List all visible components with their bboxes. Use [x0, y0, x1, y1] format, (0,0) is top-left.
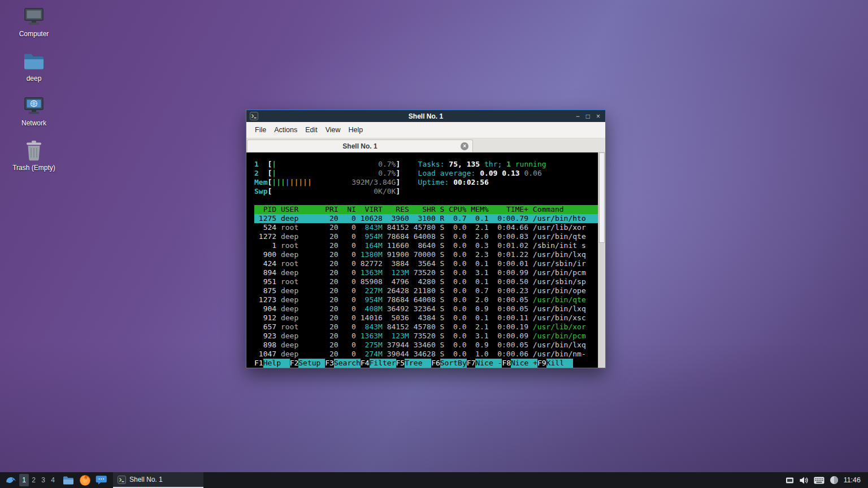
minimize-button[interactable]: − [576, 113, 580, 120]
tab-label: Shell No. 1 [342, 142, 377, 150]
keyboard-icon[interactable] [814, 477, 824, 484]
htop-meters: 1[|0.7%] 2[|0.7%] Mem[|||||||||392M/3.84… [254, 160, 598, 196]
cell-pid: 951 [254, 277, 276, 286]
cell-s: S [440, 304, 445, 313]
process-row[interactable]: 1root200164M116608640S0.00.30:01.02/sbin… [254, 241, 598, 250]
fkey-f5[interactable]: F5Tree [396, 359, 432, 368]
scrollbar-thumb[interactable] [599, 152, 605, 243]
menu-edit[interactable]: Edit [301, 124, 322, 136]
fkey-f9[interactable]: F9Kill [537, 359, 573, 368]
htop-terminal[interactable]: 1[|0.7%] 2[|0.7%] Mem[|||||||||392M/3.84… [246, 152, 598, 368]
tab-close-icon[interactable]: × [461, 142, 468, 150]
tray-plugin-icon[interactable] [785, 476, 794, 485]
desktop-icon-label: Network [21, 120, 46, 127]
volume-icon[interactable] [799, 476, 809, 485]
cell-mem: 0.7 [471, 286, 488, 295]
process-row[interactable]: 875deep200227M2642821180S0.00.70:00.23/u… [254, 286, 598, 295]
workspace-3[interactable]: 3 [38, 474, 48, 486]
cell-shr: 45780 [414, 223, 436, 232]
taskbar: 1234 Shell No. 1 [0, 472, 868, 488]
process-row[interactable]: 898deep200275M3794433460S0.00.90:00.05/u… [254, 341, 598, 350]
titlebar[interactable]: Shell No. 1 − □ × [246, 110, 605, 122]
fkey-f6[interactable]: F6SortBy [431, 359, 467, 368]
menu-help[interactable]: Help [345, 124, 367, 136]
process-row[interactable]: 524root200843M8415245780S0.02.10:04.66/u… [254, 223, 598, 232]
fkey-f4[interactable]: F4Filter [361, 359, 396, 368]
cell-user: deep [281, 341, 320, 350]
cell-res: 3960 [387, 214, 409, 223]
close-button[interactable]: × [596, 113, 600, 120]
process-row[interactable]: 1273deep200954M7868464008S0.02.00:00.05/… [254, 295, 598, 304]
meter-bar: | [285, 178, 290, 186]
firefox-icon[interactable] [78, 473, 92, 487]
clipboard-icon[interactable] [830, 476, 839, 485]
column-header-pid[interactable]: PID [254, 205, 276, 214]
column-header-pri[interactable]: PRI [325, 205, 338, 214]
process-row[interactable]: 951root2008590847964280S0.00.10:00.50/us… [254, 277, 598, 286]
cell-res: 5036 [387, 313, 409, 323]
scrollbar[interactable] [598, 152, 605, 368]
process-row[interactable]: 894deep2001363M123M73520S0.03.10:00.99/u… [254, 268, 598, 277]
fkey-f1[interactable]: F1Help [254, 359, 290, 368]
fkey-f8[interactable]: F8Nice + [502, 359, 537, 368]
process-table: 1275deep2001062839603100R0.70.10:00.79/u… [254, 214, 598, 359]
clock[interactable]: 11:46 [844, 476, 861, 484]
process-table-header[interactable]: PIDUSERPRINIVIRTRESSHRSCPU%MEM%TIME+Comm… [254, 205, 598, 214]
chat-icon[interactable] [94, 473, 108, 487]
process-row[interactable]: 1275deep2001062839603100R0.70.10:00.79/u… [254, 214, 598, 223]
process-row[interactable]: 657root200843M8415245780S0.02.10:00.19/u… [254, 323, 598, 332]
taskbar-task-shell[interactable]: Shell No. 1 [113, 472, 203, 488]
cell-cpu: 0.0 [449, 286, 466, 295]
process-row[interactable]: 923deep2001363M123M73520S0.03.10:00.09/u… [254, 332, 598, 341]
desktop-icon-network[interactable]: Network [10, 95, 58, 127]
cell-pri: 20 [325, 241, 338, 250]
cell-pid: 912 [254, 313, 276, 323]
cell-pri: 20 [325, 341, 338, 350]
cell-user: deep [281, 232, 320, 241]
cell-res: 26428 [387, 286, 409, 295]
menu-actions[interactable]: Actions [270, 124, 301, 136]
menu-view[interactable]: View [322, 124, 345, 136]
cell-cmd: /usr/bin/hto [533, 214, 598, 223]
file-manager-icon[interactable] [62, 473, 75, 487]
desktop-icon-computer[interactable]: Computer [10, 6, 58, 38]
cell-pri: 20 [325, 295, 338, 304]
cell-ni: 0 [342, 223, 355, 232]
process-row[interactable]: 912deep2001401650364384S0.00.10:00.11/us… [254, 313, 598, 323]
column-header-time[interactable]: TIME+ [493, 205, 528, 214]
cell-pri: 20 [325, 350, 338, 359]
process-row[interactable]: 900deep2001380M9190070000S0.02.30:01.22/… [254, 250, 598, 259]
column-header-res[interactable]: RES [387, 205, 409, 214]
fkey-f3[interactable]: F3Search [325, 359, 361, 368]
cell-mem: 0.9 [471, 341, 488, 350]
cell-s: R [440, 214, 445, 223]
tab-shell-no-1[interactable]: Shell No. 1 × [247, 140, 473, 152]
maximize-button[interactable]: □ [586, 113, 590, 120]
cell-s: S [440, 268, 445, 277]
fkey-f2[interactable]: F2Setup [290, 359, 326, 368]
cell-ni: 0 [342, 232, 355, 241]
process-row[interactable]: 1047deep200274M3904434628S0.01.00:00.06/… [254, 350, 598, 359]
column-header-cpu[interactable]: CPU% [449, 205, 466, 214]
column-header-ni[interactable]: NI [342, 205, 355, 214]
column-header-mem[interactable]: MEM% [471, 205, 488, 214]
workspace-1[interactable]: 1 [19, 474, 29, 486]
desktop-icon-label: deep [27, 75, 42, 82]
column-header-virt[interactable]: VIRT [361, 205, 383, 214]
process-row[interactable]: 1272deep200954M7868464008S0.02.00:00.83/… [254, 232, 598, 241]
desktop-icon-trash[interactable]: Trash (Empty) [10, 140, 58, 172]
process-row[interactable]: 424root2008277238843564S0.00.10:00.01/us… [254, 259, 598, 268]
fkey-f7[interactable]: F7Nice - [467, 359, 502, 368]
column-header-shr[interactable]: SHR [414, 205, 436, 214]
cell-virt: 954M [361, 232, 383, 241]
task-label: Shell No. 1 [129, 476, 163, 483]
desktop-icon-folder[interactable]: deep [10, 50, 58, 82]
workspace-4[interactable]: 4 [48, 474, 58, 486]
column-header-s[interactable]: S [440, 205, 445, 214]
column-header-user[interactable]: USER [281, 205, 320, 214]
process-row[interactable]: 904deep200408M3649232364S0.00.90:00.05/u… [254, 304, 598, 313]
column-header-command[interactable]: Command [533, 205, 598, 214]
menu-file[interactable]: File [251, 124, 270, 136]
workspace-2[interactable]: 2 [29, 474, 38, 486]
start-menu-button[interactable] [3, 473, 18, 487]
